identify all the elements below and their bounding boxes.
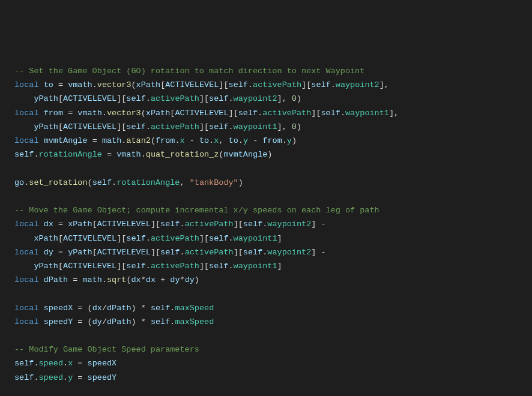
obj: vmath — [68, 80, 92, 89]
keyword: local — [14, 80, 39, 89]
op: = — [58, 80, 63, 89]
var: to — [44, 80, 53, 89]
comment: -- Modify Game Object Speed parameters — [14, 345, 199, 354]
fn: vector3 — [97, 80, 131, 89]
comment: -- Move the Game Object; compute increme… — [14, 206, 379, 215]
comment: -- Set the Game Object (GO) rotation to … — [14, 67, 364, 76]
code-editor[interactable]: -- Set the Game Object (GO) rotation to … — [14, 64, 518, 396]
